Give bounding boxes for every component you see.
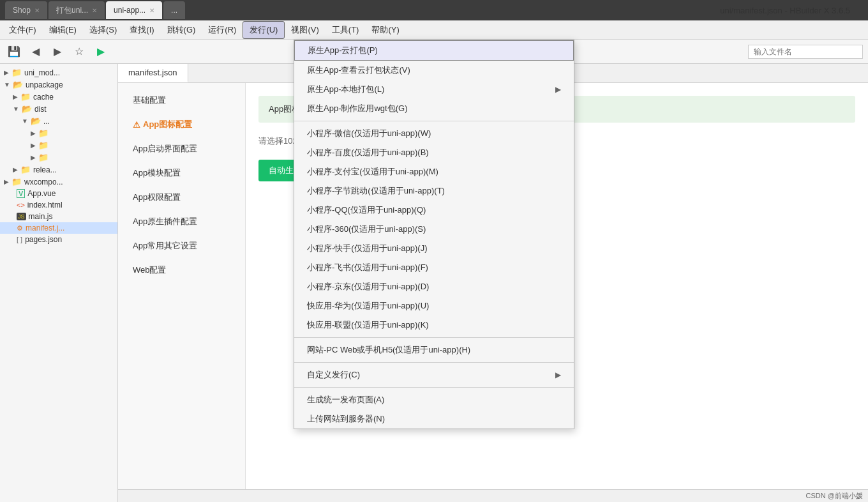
menu-h5-label: 网站-PC Web或手机H5(仅适用于uni-app)(H) <box>307 344 470 356</box>
menu-native-cloud-status[interactable]: 原生App-查看云打包状态(V) <box>294 61 574 80</box>
menu-mp-alipay[interactable]: 小程序-支付宝(仅适用于uni-app)(M) <box>294 162 574 181</box>
menu-mp-wechat-label: 小程序-微信(仅适用于uni-app)(W) <box>307 128 431 139</box>
menu-native-wgt-label: 原生App-制作应用wgt包(G) <box>307 103 407 114</box>
separator-4 <box>294 387 574 388</box>
menu-mp-wechat[interactable]: 小程序-微信(仅适用于uni-app)(W) <box>294 124 574 143</box>
menu-quickapp-huawei-label: 快应用-华为(仅适用于uni-app)(U) <box>307 300 429 312</box>
menu-mp-kuaishou[interactable]: 小程序-快手(仅适用于uni-app)(J) <box>294 239 574 258</box>
menu-quickapp-union-label: 快应用-联盟(仅适用于uni-app)(K) <box>307 319 429 331</box>
menu-mp-baidu[interactable]: 小程序-百度(仅适用于uni-app)(B) <box>294 143 574 162</box>
menu-mp-360-label: 小程序-360(仅适用于uni-app)(S) <box>307 224 426 235</box>
menu-native-local[interactable]: 原生App-本地打包(L) ▶ <box>294 80 574 99</box>
menu-native-wgt[interactable]: 原生App-制作应用wgt包(G) <box>294 99 574 118</box>
menu-mp-kuaishou-label: 小程序-快手(仅适用于uni-app)(J) <box>307 243 428 254</box>
menu-h5[interactable]: 网站-PC Web或手机H5(仅适用于uni-app)(H) <box>294 340 574 360</box>
menu-native-cloud[interactable]: 原生App-云打包(P) <box>294 40 574 61</box>
menu-mp-qq[interactable]: 小程序-QQ(仅适用于uni-app)(Q) <box>294 201 574 220</box>
separator-1 <box>294 121 574 121</box>
menu-mp-toutiao-label: 小程序-字节跳动(仅适用于uni-app)(T) <box>307 185 445 197</box>
menu-upload[interactable]: 上传网站到服务器(N) <box>294 409 574 429</box>
separator-2 <box>294 337 574 338</box>
menu-quickapp-union[interactable]: 快应用-联盟(仅适用于uni-app)(K) <box>294 316 574 335</box>
menu-mp-feishu[interactable]: 小程序-飞书(仅适用于uni-app)(F) <box>294 258 574 277</box>
menu-publish-page[interactable]: 生成统一发布页面(A) <box>294 390 574 409</box>
menu-custom-arrow: ▶ <box>555 370 561 379</box>
menu-upload-label: 上传网站到服务器(N) <box>307 413 385 425</box>
menu-publish-page-label: 生成统一发布页面(A) <box>307 394 384 406</box>
menu-mp-360[interactable]: 小程序-360(仅适用于uni-app)(S) <box>294 220 574 239</box>
menu-mp-alipay-label: 小程序-支付宝(仅适用于uni-app)(M) <box>307 166 438 178</box>
menu-native-local-label: 原生App-本地打包(L) <box>307 84 384 95</box>
separator-3 <box>294 362 574 363</box>
menu-mp-qq-label: 小程序-QQ(仅适用于uni-app)(Q) <box>307 204 426 216</box>
menu-native-local-arrow: ▶ <box>555 85 561 94</box>
dropdown-menu: 原生App-云打包(P) 原生App-查看云打包状态(V) 原生App-本地打包… <box>294 40 574 429</box>
menu-mp-toutiao[interactable]: 小程序-字节跳动(仅适用于uni-app)(T) <box>294 181 574 201</box>
menu-native-cloud-label: 原生App-云打包(P) <box>308 45 378 56</box>
menu-mp-jd[interactable]: 小程序-京东(仅适用于uni-app)(D) <box>294 277 574 296</box>
menu-mp-jd-label: 小程序-京东(仅适用于uni-app)(D) <box>307 281 429 293</box>
menu-mp-feishu-label: 小程序-飞书(仅适用于uni-app)(F) <box>307 262 428 273</box>
menu-mp-baidu-label: 小程序-百度(仅适用于uni-app)(B) <box>307 147 429 158</box>
menu-custom-label: 自定义发行(C) <box>307 369 360 381</box>
menu-native-cloud-status-label: 原生App-查看云打包状态(V) <box>307 65 410 76</box>
menu-quickapp-huawei[interactable]: 快应用-华为(仅适用于uni-app)(U) <box>294 296 574 316</box>
menu-custom[interactable]: 自定义发行(C) ▶ <box>294 365 574 384</box>
